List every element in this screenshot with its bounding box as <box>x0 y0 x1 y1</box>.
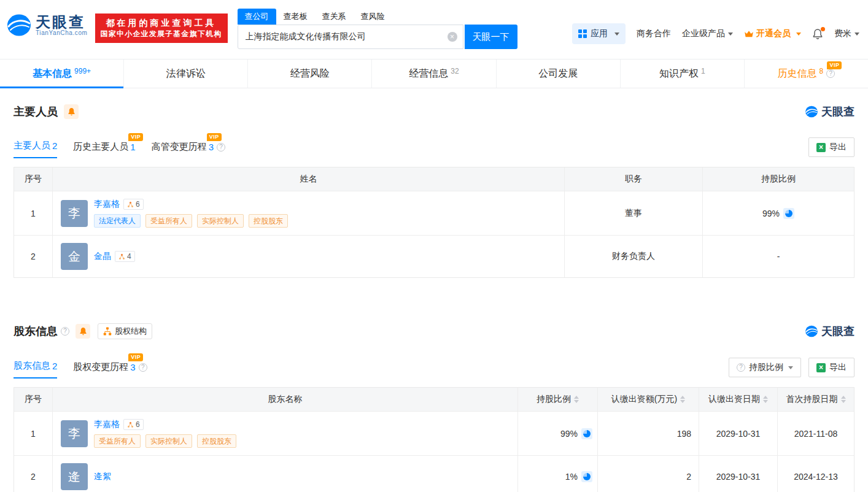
row-no: 2 <box>14 236 53 277</box>
monitor-bell-button[interactable] <box>76 324 90 339</box>
avatar[interactable]: 逄 <box>61 463 88 490</box>
table-row: 1 李 李嘉格 6 <box>14 411 854 455</box>
search-tab-company[interactable]: 查公司 <box>238 9 276 25</box>
tianyancha-logo[interactable]: 天眼查 TianYanCha.com <box>6 13 88 37</box>
help-icon[interactable]: ? <box>826 69 835 78</box>
tab-label: 公司发展 <box>538 67 578 80</box>
tab-basic-info[interactable]: 基本信息 999+ <box>0 60 123 88</box>
relation-graph-badge[interactable]: 4 <box>115 251 135 262</box>
col-header-first-date[interactable]: 首次持股日期 <box>778 388 854 411</box>
sort-icon[interactable] <box>841 396 846 403</box>
shareholder-link[interactable]: 李嘉格 <box>94 419 120 430</box>
help-icon[interactable]: ? <box>61 327 69 336</box>
tab-legal-proceedings[interactable]: 法律诉讼 <box>123 60 247 88</box>
relation-graph-badge[interactable]: 6 <box>123 419 144 430</box>
tab-badge: 8 <box>820 67 824 75</box>
vip-badge: VIP <box>207 133 222 141</box>
person-link[interactable]: 李嘉格 <box>94 199 120 210</box>
ratio-filter-button[interactable]: ? 持股比例 <box>729 358 801 377</box>
col-header-no: 序号 <box>14 388 53 411</box>
pie-chart-icon[interactable] <box>581 428 592 439</box>
first-date-cell: 2021-11-08 <box>778 412 854 455</box>
tab-operating-info[interactable]: 经营信息 32 <box>371 60 495 88</box>
pie-chart-icon[interactable] <box>783 208 794 219</box>
sort-icon[interactable] <box>680 396 685 403</box>
subtab-equity-changes[interactable]: 股权变更历程 VIP 3 ? <box>73 361 147 379</box>
tianyancha-logo-icon <box>805 106 818 118</box>
avatar[interactable]: 金 <box>61 243 88 270</box>
person-tag[interactable]: 控股股东 <box>197 434 236 448</box>
search-button[interactable]: 天眼一下 <box>465 25 517 49</box>
row-no: 1 <box>14 191 53 235</box>
col-header-subscribe-date[interactable]: 认缴出资日期 <box>699 388 778 411</box>
person-tag[interactable]: 法定代表人 <box>94 214 141 228</box>
tianyancha-watermark: 天眼查 <box>805 324 854 339</box>
nav-business-cooperation[interactable]: 商务合作 <box>637 28 671 39</box>
shareholders-subtabs: 股东信息 2 股权变更历程 VIP 3 ? ? 持股比例 导出 <box>14 358 854 379</box>
search-input[interactable] <box>238 25 463 49</box>
col-header-amount[interactable]: 认缴出资额(万元) <box>598 388 699 411</box>
pie-chart-icon[interactable] <box>581 471 592 482</box>
subtab-shareholders[interactable]: 股东信息 2 <box>14 360 57 379</box>
tab-history-info[interactable]: VIP 历史信息 8 ? <box>744 60 868 88</box>
search-tab-relation[interactable]: 查关系 <box>315 9 354 25</box>
nav-enterprise-products[interactable]: 企业级产品 <box>682 28 733 39</box>
ratio-cell: 1% <box>518 456 598 492</box>
avatar[interactable]: 李 <box>61 200 88 227</box>
table-row: 1 李 李嘉格 6 <box>14 191 854 235</box>
shareholder-cell: 李 李嘉格 6 <box>53 412 518 455</box>
equity-structure-button[interactable]: 股权结构 <box>98 323 152 339</box>
apps-menu-button[interactable]: 应用 <box>572 23 626 44</box>
subtab-count: VIP 3 <box>130 362 135 372</box>
tab-label: 基本信息 <box>33 67 72 80</box>
shareholder-link[interactable]: 逄絮 <box>94 471 111 482</box>
tab-intellectual-property[interactable]: 知识产权 1 <box>620 60 744 88</box>
subtab-history-staff[interactable]: 历史主要人员 VIP 1 <box>73 141 135 158</box>
avatar[interactable]: 李 <box>61 420 88 447</box>
search-row: × 天眼一下 <box>238 25 519 49</box>
person-tag[interactable]: 实际控制人 <box>197 214 244 228</box>
staff-table: 序号 姓名 职务 持股比例 1 李 李嘉格 <box>14 167 854 278</box>
staff-subtabs: 主要人员 2 历史主要人员 VIP 1 高管变更历程 VIP 3 ? 导出 <box>14 137 854 158</box>
export-button[interactable]: 导出 <box>808 137 854 157</box>
notification-bell-icon[interactable] <box>812 28 823 40</box>
notification-dot <box>821 27 825 31</box>
subtab-count: 2 <box>52 140 57 151</box>
person-tag[interactable]: 控股股东 <box>249 214 288 228</box>
export-button[interactable]: 导出 <box>808 358 854 377</box>
relation-graph-badge[interactable]: 6 <box>123 199 144 210</box>
ratio-cell: 99% <box>518 412 598 455</box>
person-tag[interactable]: 受益所有人 <box>94 434 141 448</box>
search-tab-boss[interactable]: 查老板 <box>276 9 315 25</box>
org-chart-icon <box>103 327 112 336</box>
top-header: 天眼查 TianYanCha.com 都在用的商业查询工具 国家中小企业发展子基… <box>0 0 868 54</box>
export-label: 导出 <box>829 362 847 373</box>
person-tag[interactable]: 实际控制人 <box>145 434 192 448</box>
subtab-main-staff[interactable]: 主要人员 2 <box>14 140 57 158</box>
caret-down-icon <box>796 33 801 36</box>
table-row: 2 逄 逄絮 1% 2 2029-10-31 2024-12-13 <box>14 455 854 492</box>
col-header-ratio[interactable]: 持股比例 <box>518 388 598 411</box>
shareholders-section-title: 股东信息 <box>14 324 58 339</box>
person-tag[interactable]: 受益所有人 <box>145 214 192 228</box>
search-tab-risk[interactable]: 查风险 <box>354 9 392 25</box>
help-icon[interactable]: ? <box>139 363 147 372</box>
person-cell: 金 金晶 4 <box>53 236 565 277</box>
table-row: 2 金 金晶 4 <box>14 235 854 277</box>
col-header-position: 职务 <box>565 167 703 191</box>
col-header-shareholder: 股东名称 <box>53 388 518 411</box>
subtab-executive-changes[interactable]: 高管变更历程 VIP 3 ? <box>152 141 225 158</box>
apps-grid-icon <box>578 29 587 38</box>
user-menu[interactable]: 费米 <box>834 28 859 39</box>
monitor-bell-button[interactable] <box>64 104 79 119</box>
clear-icon[interactable]: × <box>448 32 457 42</box>
nav-upgrade-vip[interactable]: 开通会员 <box>744 28 801 39</box>
sort-icon[interactable] <box>763 396 768 403</box>
tab-operating-risk[interactable]: 经营风险 <box>247 60 371 88</box>
staff-table-header: 序号 姓名 职务 持股比例 <box>14 167 854 191</box>
shareholders-table: 序号 股东名称 持股比例 认缴出资额(万元) 认缴出资日期 首次持股日期 1 <box>14 387 854 492</box>
tab-company-development[interactable]: 公司发展 <box>496 60 620 88</box>
sort-icon[interactable] <box>574 396 579 403</box>
person-link[interactable]: 金晶 <box>94 251 111 262</box>
help-icon[interactable]: ? <box>217 143 225 152</box>
